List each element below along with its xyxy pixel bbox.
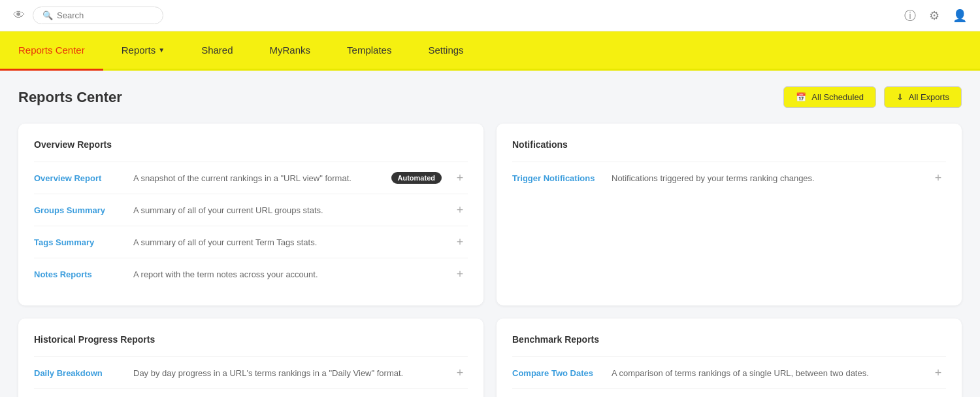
add-daily-breakdown-button[interactable]: + xyxy=(452,365,468,381)
calendar-icon: 📅 xyxy=(796,92,806,102)
all-scheduled-button[interactable]: 📅 All Scheduled xyxy=(783,86,876,108)
add-overview-report-button[interactable]: + xyxy=(452,170,468,186)
nav-item-settings[interactable]: Settings xyxy=(410,31,482,71)
page-content: Reports Center 📅 All Scheduled ⇓ All Exp… xyxy=(0,71,980,397)
report-row: Compare Two Dates A comparison of terms … xyxy=(512,356,946,388)
notes-reports-desc: A report with the term notes across your… xyxy=(133,269,444,279)
daily-breakdown-link[interactable]: Daily Breakdown xyxy=(34,368,125,378)
trigger-notifications-desc: Notifications triggered by your terms ra… xyxy=(612,173,923,183)
user-icon[interactable]: 👤 xyxy=(953,9,967,23)
historical-reports-card: Historical Progress Reports Daily Breakd… xyxy=(18,319,483,397)
search-box[interactable]: 🔍 xyxy=(33,7,163,24)
add-notes-reports-button[interactable]: + xyxy=(452,266,468,282)
overview-reports-card: Overview Reports Overview Report A snaps… xyxy=(18,124,483,305)
add-tags-summary-button[interactable]: + xyxy=(452,234,468,250)
nav-item-shared[interactable]: Shared xyxy=(183,31,251,71)
tags-summary-desc: A summary of all of your current Term Ta… xyxy=(133,237,444,247)
search-icon: 🔍 xyxy=(42,10,53,20)
notifications-card: Notifications Trigger Notifications Noti… xyxy=(497,124,962,305)
nav-item-reports[interactable]: Reports ▼ xyxy=(103,31,183,71)
report-row: Overview Report A snapshot of the curren… xyxy=(34,162,468,194)
nav-item-templates[interactable]: Templates xyxy=(329,31,410,71)
historical-reports-title: Historical Progress Reports xyxy=(34,334,468,345)
daily-breakdown-desc: Day by day progress in a URL's terms ran… xyxy=(133,368,444,378)
overview-reports-title: Overview Reports xyxy=(34,139,468,150)
nav-item-reports-center[interactable]: Reports Center xyxy=(0,31,103,71)
overview-report-link[interactable]: Overview Report xyxy=(34,173,125,183)
add-groups-summary-button[interactable]: + xyxy=(452,202,468,218)
page-title: Reports Center xyxy=(18,89,122,106)
compare-two-dates-link[interactable]: Compare Two Dates xyxy=(512,368,604,378)
notes-reports-link[interactable]: Notes Reports xyxy=(34,269,125,279)
report-row: Groups Summary A summary of all of your … xyxy=(34,194,468,226)
nav-item-myranks[interactable]: MyRanks xyxy=(252,31,329,71)
add-trigger-notifications-button[interactable]: + xyxy=(930,170,946,186)
all-exports-button[interactable]: ⇓ All Exports xyxy=(884,86,962,108)
report-row: Notes Reports A report with the term not… xyxy=(34,258,468,290)
search-input[interactable] xyxy=(57,10,154,20)
page-header: Reports Center 📅 All Scheduled ⇓ All Exp… xyxy=(18,86,962,108)
eye-icon[interactable]: 👁 xyxy=(13,9,25,22)
chevron-down-icon: ▼ xyxy=(158,46,165,54)
notifications-title: Notifications xyxy=(512,139,946,150)
report-row: Weekly Breakdown Week by week progress i… xyxy=(34,388,468,397)
report-row: Daily Breakdown Day by day progress in a… xyxy=(34,356,468,388)
header-actions: 📅 All Scheduled ⇓ All Exports xyxy=(783,86,962,108)
download-icon: ⇓ xyxy=(896,92,904,102)
trigger-notifications-link[interactable]: Trigger Notifications xyxy=(512,173,604,183)
nav: Reports Center Reports ▼ Shared MyRanks … xyxy=(0,31,980,71)
report-row: Trigger Notifications Notifications trig… xyxy=(512,162,946,194)
cards-grid: Overview Reports Overview Report A snaps… xyxy=(18,124,962,397)
settings-icon[interactable]: ⚙ xyxy=(929,9,939,23)
help-icon[interactable]: ⓘ xyxy=(904,8,916,24)
report-row: Compare Two Weeks A comparison of terms … xyxy=(512,388,946,397)
compare-two-dates-desc: A comparison of terms rankings of a sing… xyxy=(612,368,923,378)
topbar-right: ⓘ ⚙ 👤 xyxy=(904,8,967,24)
overview-report-desc: A snapshot of the current rankings in a … xyxy=(133,173,387,183)
automated-badge: Automated xyxy=(391,172,442,184)
benchmark-reports-title: Benchmark Reports xyxy=(512,334,946,345)
topbar-left: 👁 🔍 xyxy=(13,7,163,24)
add-compare-two-dates-button[interactable]: + xyxy=(930,365,946,381)
topbar: 👁 🔍 ⓘ ⚙ 👤 xyxy=(0,0,980,31)
benchmark-reports-card: Benchmark Reports Compare Two Dates A co… xyxy=(497,319,962,397)
tags-summary-link[interactable]: Tags Summary xyxy=(34,237,125,247)
groups-summary-link[interactable]: Groups Summary xyxy=(34,205,125,215)
report-row: Tags Summary A summary of all of your cu… xyxy=(34,226,468,258)
groups-summary-desc: A summary of all of your current URL gro… xyxy=(133,205,444,215)
